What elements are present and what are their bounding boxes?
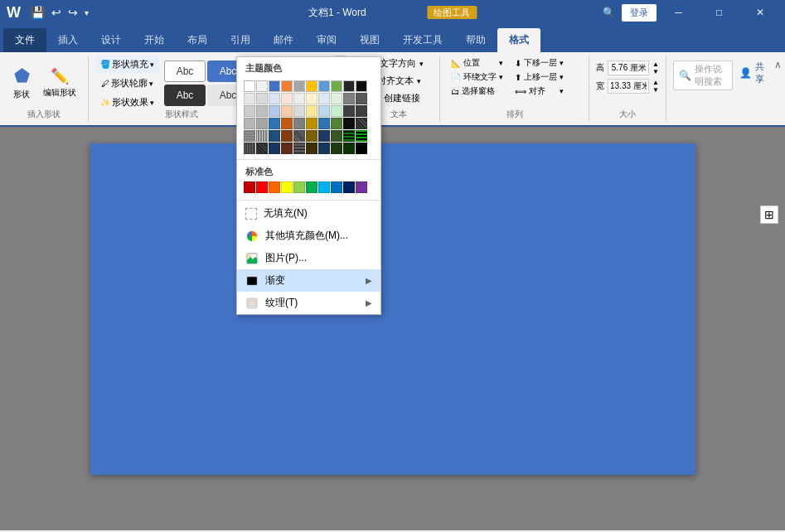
std-color-orange[interactable] <box>269 181 280 193</box>
std-color-lime[interactable] <box>293 181 305 193</box>
bring-forward-btn[interactable]: ⬆ 上移一层 ▾ <box>511 70 568 84</box>
wrap-text-btn[interactable]: 📄 环绕文字 ▾ <box>447 70 507 84</box>
color-cell[interactable] <box>331 143 342 154</box>
std-color-red[interactable] <box>256 181 268 193</box>
std-color-blue[interactable] <box>331 181 342 193</box>
blue-shape[interactable] <box>90 143 695 475</box>
shape-outline-button[interactable]: 🖊 形状轮廓 ▾ <box>95 75 159 92</box>
color-cell[interactable] <box>306 143 317 154</box>
width-input[interactable] <box>608 79 649 94</box>
picture-item[interactable]: 图片(P)... <box>237 247 380 269</box>
color-cell[interactable] <box>318 118 330 129</box>
color-cell[interactable] <box>281 130 293 142</box>
color-cell[interactable] <box>269 118 280 129</box>
send-back-btn[interactable]: ⬇ 下移一层 ▾ <box>511 56 568 70</box>
customize-icon[interactable]: ▾ <box>83 7 90 19</box>
color-cell[interactable] <box>306 105 317 117</box>
color-cell[interactable] <box>343 118 355 129</box>
more-colors-item[interactable]: 其他填充颜色(M)... <box>237 225 380 247</box>
color-cell[interactable] <box>343 80 355 92</box>
shape-sample-1[interactable]: Abc <box>164 60 206 82</box>
restore-button[interactable]: □ <box>700 0 738 25</box>
edit-shape-button[interactable]: ✏️ 编辑形状 <box>38 64 81 102</box>
close-button[interactable]: ✕ <box>741 0 778 25</box>
collapse-ribbon[interactable]: ∧ <box>771 56 785 122</box>
minimize-button[interactable]: ─ <box>660 0 697 25</box>
std-color-darkblue[interactable] <box>343 181 355 193</box>
color-cell[interactable] <box>343 105 355 117</box>
color-cell[interactable] <box>306 80 317 92</box>
color-cell[interactable] <box>256 105 268 117</box>
save-icon[interactable]: 💾 <box>29 4 46 21</box>
color-cell[interactable] <box>293 80 305 92</box>
tab-insert[interactable]: 插入 <box>46 28 90 52</box>
color-cell[interactable] <box>293 130 305 142</box>
color-cell[interactable] <box>281 143 293 154</box>
tab-format[interactable]: 格式 <box>497 28 540 52</box>
tab-review[interactable]: 审阅 <box>305 28 348 52</box>
send-back-arrow[interactable]: ▾ <box>560 59 564 67</box>
color-cell[interactable] <box>244 93 255 104</box>
gradient-item[interactable]: 渐变 ▶ <box>237 269 380 292</box>
color-cell[interactable] <box>269 130 280 142</box>
color-cell[interactable] <box>269 93 280 104</box>
color-cell[interactable] <box>281 93 293 104</box>
color-cell[interactable] <box>244 105 255 117</box>
color-cell[interactable] <box>356 118 367 129</box>
color-cell[interactable] <box>331 130 342 142</box>
color-cell[interactable] <box>244 80 255 92</box>
color-cell[interactable] <box>343 130 355 142</box>
color-cell[interactable] <box>318 143 330 154</box>
color-cell[interactable] <box>356 130 367 142</box>
std-color-green[interactable] <box>306 181 317 193</box>
tab-mail[interactable]: 邮件 <box>262 28 305 52</box>
color-cell[interactable] <box>331 80 342 92</box>
color-cell[interactable] <box>256 93 268 104</box>
color-cell[interactable] <box>343 93 355 104</box>
color-cell[interactable] <box>293 143 305 154</box>
outline-arrow[interactable]: ▾ <box>149 80 153 88</box>
color-cell[interactable] <box>356 143 367 154</box>
shape-fill-button[interactable]: 🪣 形状填充 ▾ <box>95 56 159 73</box>
color-cell[interactable] <box>318 93 330 104</box>
share-button[interactable]: 👤 共享 <box>739 60 764 85</box>
std-color-teal[interactable] <box>318 181 330 193</box>
tab-view[interactable]: 视图 <box>348 28 391 52</box>
color-cell[interactable] <box>343 143 355 154</box>
color-cell[interactable] <box>293 93 305 104</box>
color-cell[interactable] <box>244 130 255 142</box>
tab-file[interactable]: 文件 <box>3 28 46 52</box>
undo-icon[interactable]: ↩ <box>50 4 63 21</box>
tab-developer[interactable]: 开发工具 <box>391 28 454 52</box>
color-cell[interactable] <box>293 118 305 129</box>
color-cell[interactable] <box>331 105 342 117</box>
color-cell[interactable] <box>281 118 293 129</box>
tab-layout[interactable]: 布局 <box>176 28 219 52</box>
height-input[interactable] <box>608 60 649 75</box>
color-cell[interactable] <box>318 130 330 142</box>
color-cell[interactable] <box>244 143 255 154</box>
width-up[interactable]: ▲ <box>652 79 659 86</box>
tab-start[interactable]: 开始 <box>133 28 176 52</box>
login-button[interactable]: 登录 <box>622 4 657 22</box>
color-cell[interactable] <box>269 105 280 117</box>
std-color-yellow[interactable] <box>281 181 293 193</box>
color-cell[interactable] <box>356 80 367 92</box>
color-cell[interactable] <box>244 118 255 129</box>
tab-reference[interactable]: 引用 <box>219 28 262 52</box>
width-down[interactable]: ▼ <box>652 86 659 94</box>
selection-pane-btn[interactable]: 🗂 选择窗格 <box>447 85 507 98</box>
color-cell[interactable] <box>318 80 330 92</box>
shapes-button[interactable]: ⬟ 形状 <box>7 62 36 104</box>
tab-design[interactable]: 设计 <box>90 28 133 52</box>
color-cell[interactable] <box>306 130 317 142</box>
color-cell[interactable] <box>306 118 317 129</box>
color-cell[interactable] <box>331 93 342 104</box>
std-color-purple[interactable] <box>356 181 367 193</box>
color-cell[interactable] <box>331 118 342 129</box>
align-arrow[interactable]: ▾ <box>560 87 564 95</box>
fill-dropdown-arrow[interactable]: ▾ <box>150 60 154 69</box>
color-cell[interactable] <box>356 93 367 104</box>
no-fill-item[interactable]: 无填充(N) <box>237 202 380 225</box>
redo-icon[interactable]: ↪ <box>66 4 80 21</box>
